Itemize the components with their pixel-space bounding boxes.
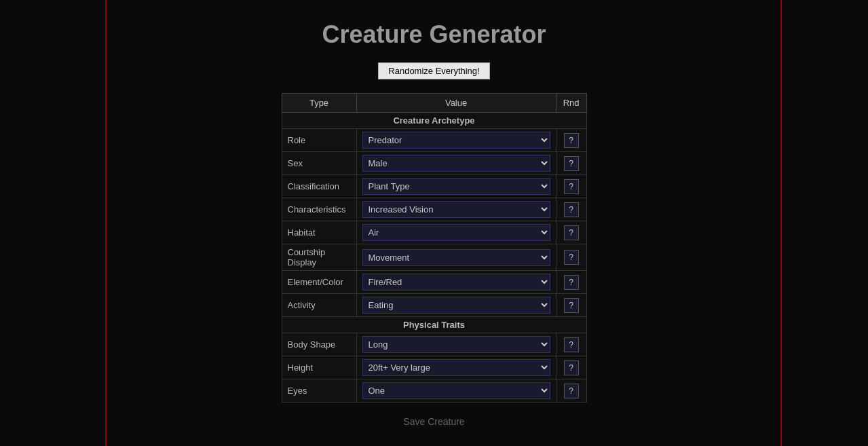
randomize-button[interactable]: Randomize Everything! (378, 62, 489, 79)
rnd-button-element/color[interactable]: ? (564, 275, 579, 290)
select-cell-0: LongRoundFlatCompactElongated (356, 333, 556, 356)
rnd-button-role[interactable]: ? (564, 133, 579, 148)
label-role: Role (282, 129, 356, 152)
table-row: HabitatAirLandWaterUndergroundArboreal? (282, 221, 586, 244)
rnd-cell-6: ? (556, 271, 586, 294)
sex-select[interactable]: MaleFemaleHermaphroditeAsexual (362, 155, 550, 172)
label-body-shape: Body Shape (282, 333, 356, 356)
select-cell-2: OneTwoThreeFourManyNone (356, 379, 556, 403)
table-row: HeightTinySmallMediumLarge20ft+ Very lar… (282, 356, 586, 379)
label-eyes: Eyes (282, 379, 356, 403)
label-sex: Sex (282, 152, 356, 175)
table-row: ClassificationPlant TypeAnimalFungalInse… (282, 175, 586, 198)
table-row: Courtship DisplayMovementSoundColorGiftC… (282, 244, 586, 271)
role-select[interactable]: PredatorPreyScavengerParasiteSymbiont (362, 132, 550, 149)
rnd-cell-5: ? (556, 244, 586, 271)
label-height: Height (282, 356, 356, 379)
habitat-select[interactable]: AirLandWaterUndergroundArboreal (362, 224, 550, 241)
col-value-header: Value (356, 94, 556, 113)
rnd-cell-2: ? (556, 175, 586, 198)
rnd-cell-3: ? (556, 198, 586, 221)
select-cell-6: Fire/RedWater/BlueEarth/BrownAir/WhiteLi… (356, 271, 556, 294)
table-row: EyesOneTwoThreeFourManyNone? (282, 379, 586, 403)
label-characteristics: Characteristics (282, 198, 356, 221)
creature-table: Type Value Rnd Creature ArchetypeRolePre… (282, 93, 587, 403)
label-habitat: Habitat (282, 221, 356, 244)
rnd-button-courtship-display[interactable]: ? (564, 250, 579, 265)
save-button[interactable]: Save Creature (403, 416, 464, 427)
rnd-button-habitat[interactable]: ? (564, 225, 579, 240)
table-row: Element/ColorFire/RedWater/BlueEarth/Bro… (282, 271, 586, 294)
section-label-0: Creature Archetype (282, 113, 586, 129)
body-shape-select[interactable]: LongRoundFlatCompactElongated (362, 336, 550, 353)
page-title: Creature Generator (322, 20, 546, 49)
label-element/color: Element/Color (282, 271, 356, 294)
label-courtship-display: Courtship Display (282, 244, 356, 271)
col-type-header: Type (282, 94, 356, 113)
classification-select[interactable]: Plant TypeAnimalFungalInsectoidReptilian… (362, 178, 550, 195)
rnd-cell-2: ? (556, 379, 586, 403)
table-row: SexMaleFemaleHermaphroditeAsexual? (282, 152, 586, 175)
select-cell-1: MaleFemaleHermaphroditeAsexual (356, 152, 556, 175)
col-rnd-header: Rnd (556, 94, 586, 113)
select-cell-0: PredatorPreyScavengerParasiteSymbiont (356, 129, 556, 152)
characteristics-select[interactable]: Increased VisionIncreased StrengthIncrea… (362, 201, 550, 218)
table-row: ActivityEatingSleepingHuntingMatingMigra… (282, 294, 586, 317)
section-label-1: Physical Traits (282, 317, 586, 333)
select-cell-1: TinySmallMediumLarge20ft+ Very large (356, 356, 556, 379)
select-cell-4: AirLandWaterUndergroundArboreal (356, 221, 556, 244)
rnd-button-activity[interactable]: ? (564, 298, 579, 313)
table-row: Body ShapeLongRoundFlatCompactElongated? (282, 333, 586, 356)
rnd-cell-0: ? (556, 129, 586, 152)
rnd-button-eyes[interactable]: ? (564, 384, 579, 398)
rnd-cell-1: ? (556, 356, 586, 379)
label-activity: Activity (282, 294, 356, 317)
height-select[interactable]: TinySmallMediumLarge20ft+ Very large (362, 359, 550, 376)
select-cell-5: MovementSoundColorGiftCombat (356, 244, 556, 271)
eyes-select[interactable]: OneTwoThreeFourManyNone (362, 382, 550, 399)
rnd-button-body-shape[interactable]: ? (564, 337, 579, 352)
select-cell-7: EatingSleepingHuntingMatingMigrating (356, 294, 556, 317)
activity-select[interactable]: EatingSleepingHuntingMatingMigrating (362, 297, 550, 314)
rnd-button-sex[interactable]: ? (564, 156, 579, 171)
element/color-select[interactable]: Fire/RedWater/BlueEarth/BrownAir/WhiteLi… (362, 274, 550, 291)
rnd-cell-0: ? (556, 333, 586, 356)
select-cell-2: Plant TypeAnimalFungalInsectoidReptilian… (356, 175, 556, 198)
section-header-0: Creature Archetype (282, 113, 586, 129)
table-row: CharacteristicsIncreased VisionIncreased… (282, 198, 586, 221)
rnd-button-height[interactable]: ? (564, 360, 579, 375)
rnd-cell-4: ? (556, 221, 586, 244)
courtship-display-select[interactable]: MovementSoundColorGiftCombat (362, 249, 550, 266)
rnd-cell-7: ? (556, 294, 586, 317)
select-cell-3: Increased VisionIncreased StrengthIncrea… (356, 198, 556, 221)
rnd-button-characteristics[interactable]: ? (564, 202, 579, 217)
rnd-cell-1: ? (556, 152, 586, 175)
label-classification: Classification (282, 175, 356, 198)
section-header-1: Physical Traits (282, 317, 586, 333)
table-row: RolePredatorPreyScavengerParasiteSymbion… (282, 129, 586, 152)
rnd-button-classification[interactable]: ? (564, 179, 579, 194)
